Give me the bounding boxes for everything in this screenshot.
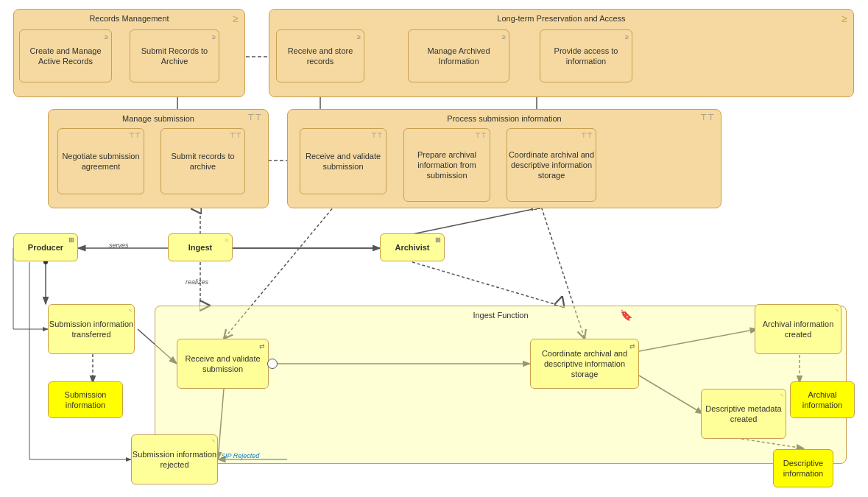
receive-store-box[interactable]: Receive and store records ≥ — [276, 29, 364, 82]
coordinate-bottom-box[interactable]: Coordinate archival and descriptive info… — [530, 339, 639, 389]
svg-line-12 — [412, 208, 537, 234]
ingest-box[interactable]: Ingest ○ — [168, 233, 233, 261]
manage-submission-title: Manage submission — [49, 114, 268, 123]
process-submission-title: Process submission information — [288, 114, 721, 123]
submit-records-box[interactable]: Submit Records to Archive ≥ — [130, 29, 219, 82]
archival-info-yellow-box[interactable]: Archival information — [790, 381, 855, 418]
archival-info-created-box[interactable]: Archival information created ◝ — [755, 304, 841, 354]
manage-archived-box[interactable]: Manage Archived Information ≥ — [408, 29, 509, 82]
descriptive-metadata-box[interactable]: Descriptive metadata created ◝ — [701, 389, 786, 439]
archivist-box[interactable]: Archivist ⊞ — [380, 233, 445, 261]
receive-validate-bottom-box[interactable]: Receive and validate submission ⇄ — [177, 339, 269, 389]
submission-info-yellow-box[interactable]: Submission information — [48, 381, 123, 418]
longterm-title: Long-term Preservation and Access — [269, 14, 853, 23]
receive-validate-top-box[interactable]: Receive and validate submission ⊤⊤ — [300, 128, 387, 194]
create-manage-box[interactable]: Create and Manage Active Records ≥ — [19, 29, 112, 82]
submit-archive-inner-box[interactable]: Submit records to archive ⊤⊤ — [160, 128, 245, 194]
bookmark-icon: 🔖 — [620, 309, 632, 321]
serves-label: serves — [109, 242, 129, 249]
svg-line-27 — [412, 262, 560, 306]
submission-rejected-box[interactable]: Submission information rejected ◝ — [131, 434, 218, 484]
records-management-title: Records Management — [14, 14, 244, 23]
descriptive-info-yellow-box[interactable]: Descriptive information — [773, 449, 833, 487]
diagram: Records Management ≥ Long-term Preservat… — [0, 0, 868, 497]
producer-box[interactable]: Producer ⊞ — [13, 233, 78, 261]
realizes-label: realizes — [186, 278, 208, 286]
negotiate-box[interactable]: Negotiate submission agreement ⊤⊤ — [57, 128, 144, 194]
provide-access-box[interactable]: Provide access to information ≥ — [540, 29, 632, 82]
coordinate-top-box[interactable]: Coordinate archival and descriptive info… — [507, 128, 596, 202]
ingest-function-title: Ingest Function — [155, 311, 846, 320]
prepare-archival-box[interactable]: Prepare archival information from submis… — [403, 128, 490, 202]
submission-transferred-box[interactable]: Submission information transferred ◝ — [48, 304, 135, 354]
sip-rejected-label: SIP Rejected — [221, 452, 259, 459]
interface-circle — [267, 359, 278, 369]
